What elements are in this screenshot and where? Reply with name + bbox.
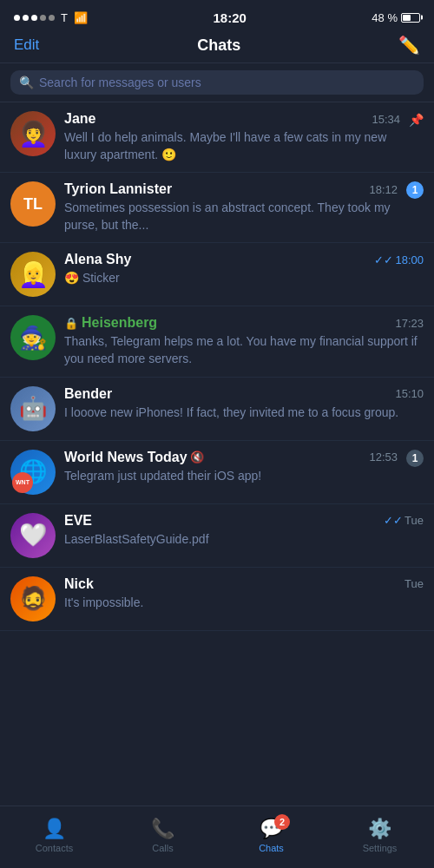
chat-list: 👩‍🦱 Jane 15:34 Well I do help animals. M… xyxy=(0,102,434,806)
chat-message-heisenberg: Thanks, Telegram helps me a lot. You hav… xyxy=(64,333,424,367)
chat-message-tyrion: Sometimes possession is an abstract conc… xyxy=(64,200,398,233)
avatar-eve: 🤍 xyxy=(10,513,56,558)
contacts-icon: 👤 xyxy=(43,818,66,840)
chat-top-alena: Alena Shy ✓✓ 18:00 xyxy=(64,252,424,267)
tab-contacts[interactable]: 👤 Contacts xyxy=(0,818,108,853)
chat-item-nick[interactable]: 🧔 Nick Tue It's impossible. xyxy=(0,568,434,631)
signal-dot-4 xyxy=(40,15,46,21)
chat-top-jane: Jane 15:34 xyxy=(64,111,400,127)
chat-name-worldnews: World News Today xyxy=(64,450,187,465)
signal-dot-2 xyxy=(23,15,29,21)
tab-bar: 👤 Contacts 📞 Calls 💬 2 Chats ⚙️ Settings xyxy=(0,806,434,868)
secret-icon-heisenberg: 🔒 xyxy=(64,317,78,330)
chat-content-heisenberg: 🔒 Heisenberg 17:23 Thanks, Telegram help… xyxy=(64,315,424,367)
chat-message-eve: LaserBlastSafetyGuide.pdf xyxy=(64,531,424,549)
chat-content-eve: EVE ✓✓ Tue LaserBlastSafetyGuide.pdf xyxy=(64,513,424,549)
battery-icon xyxy=(401,13,420,23)
chat-name-nick: Nick xyxy=(64,576,94,592)
signal-dot-3 xyxy=(31,15,37,21)
carrier-label: T xyxy=(61,11,68,24)
avatar-heisenberg: 🧙 xyxy=(10,315,56,360)
status-right: 48 % xyxy=(372,11,420,24)
tab-label-contacts: Contacts xyxy=(36,843,73,853)
chat-time-nick: Tue xyxy=(404,577,424,590)
chat-message-bender: I looove new iPhones! If fact, they invi… xyxy=(64,404,424,422)
tab-calls[interactable]: 📞 Calls xyxy=(108,818,217,853)
avatar-alena: 👱‍♀️ xyxy=(10,252,56,297)
chat-message-jane: Well I do help animals. Maybe I'll have … xyxy=(64,129,400,163)
badge-tyrion: 1 xyxy=(406,181,424,199)
chat-time-worldnews: 12:53 xyxy=(369,450,398,464)
phone-frame: T 📶 18:20 48 % Edit Chats ✏️ 🔍 Search fo… xyxy=(0,0,434,868)
page-title: Chats xyxy=(197,36,240,55)
chat-message-nick: It's impossible. xyxy=(64,595,424,612)
chat-right-tyrion: 1 xyxy=(406,181,424,199)
chat-right-worldnews: 1 xyxy=(406,450,424,467)
chats-badge-wrap: 💬 2 xyxy=(260,818,283,840)
tab-chats[interactable]: 💬 2 Chats xyxy=(217,818,326,853)
tab-label-calls: Calls xyxy=(152,843,173,853)
wifi-icon: 📶 xyxy=(74,11,88,24)
chat-time-tyrion: 18:12 xyxy=(369,183,398,196)
calls-icon: 📞 xyxy=(151,818,174,840)
avatar-worldnews-wrap: 🌐 WNT xyxy=(10,450,56,495)
status-time: 18:20 xyxy=(213,10,246,25)
wnt-overlay: WNT xyxy=(12,472,33,493)
chat-top-worldnews: World News Today 🔇 12:53 xyxy=(64,450,398,465)
chat-name-heisenberg: Heisenberg xyxy=(82,315,157,331)
chat-item-eve[interactable]: 🤍 EVE ✓✓ Tue LaserBlastSafetyGuide.pdf xyxy=(0,504,434,568)
chat-name-bender: Bender xyxy=(64,386,112,402)
chat-name-eve: EVE xyxy=(64,513,92,529)
double-check-eve: ✓✓ xyxy=(384,514,403,527)
chats-badge: 2 xyxy=(274,814,290,830)
battery-fill xyxy=(403,15,411,21)
tab-settings[interactable]: ⚙️ Settings xyxy=(326,818,434,853)
chat-content-nick: Nick Tue It's impossible. xyxy=(64,576,424,612)
chat-time-bender: 15:10 xyxy=(395,387,424,400)
battery-percent: 48 % xyxy=(372,11,398,24)
double-check-alena: ✓✓ xyxy=(374,253,393,266)
search-placeholder: Search for messages or users xyxy=(39,76,201,89)
chat-time-heisenberg: 17:23 xyxy=(395,317,424,330)
avatar-nick: 🧔 xyxy=(10,576,56,621)
chat-item-alena[interactable]: 👱‍♀️ Alena Shy ✓✓ 18:00 😍 Sticker xyxy=(0,243,434,306)
compose-button[interactable]: ✏️ xyxy=(398,35,420,56)
chat-content-worldnews: World News Today 🔇 12:53 Telegram just u… xyxy=(64,450,398,485)
tab-label-settings: Settings xyxy=(363,843,398,853)
chat-item-heisenberg[interactable]: 🧙 🔒 Heisenberg 17:23 Thanks, Telegram he… xyxy=(0,306,434,377)
chat-content-bender: Bender 15:10 I looove new iPhones! If fa… xyxy=(64,386,424,422)
chat-top-heisenberg: 🔒 Heisenberg 17:23 xyxy=(64,315,424,331)
chat-top-nick: Nick Tue xyxy=(64,576,424,592)
chat-item-bender[interactable]: 🤖 Bender 15:10 I looove new iPhones! If … xyxy=(0,378,434,441)
chat-right-jane: 📌 xyxy=(409,111,424,127)
chat-item-tyrion[interactable]: TL Tyrion Lannister 18:12 Sometimes poss… xyxy=(0,173,434,243)
chat-time-jane: 15:34 xyxy=(372,113,400,126)
edit-button[interactable]: Edit xyxy=(14,36,39,54)
chat-time-eve: Tue xyxy=(404,514,424,527)
chat-item-worldnews[interactable]: 🌐 WNT World News Today 🔇 12:53 Telegram … xyxy=(0,441,434,504)
pin-icon-jane: 📌 xyxy=(409,113,424,127)
search-icon: 🔍 xyxy=(19,76,34,89)
chat-content-jane: Jane 15:34 Well I do help animals. Maybe… xyxy=(64,111,400,163)
avatar-jane: 👩‍🦱 xyxy=(10,111,56,156)
tab-label-chats: Chats xyxy=(259,843,284,853)
chat-top-eve: EVE ✓✓ Tue xyxy=(64,513,424,529)
nav-bar: Edit Chats ✏️ xyxy=(0,31,434,63)
chat-name-alena: Alena Shy xyxy=(64,252,131,267)
chat-name-tyrion: Tyrion Lannister xyxy=(64,181,172,197)
search-input-wrap[interactable]: 🔍 Search for messages or users xyxy=(10,70,424,95)
chat-item-jane[interactable]: 👩‍🦱 Jane 15:34 Well I do help animals. M… xyxy=(0,102,434,173)
badge-worldnews: 1 xyxy=(406,450,424,467)
avatar-bender: 🤖 xyxy=(10,386,56,431)
chat-content-tyrion: Tyrion Lannister 18:12 Sometimes possess… xyxy=(64,181,398,233)
signal-dot-1 xyxy=(14,15,20,21)
status-bar: T 📶 18:20 48 % xyxy=(0,0,434,31)
chat-message-alena: 😍 Sticker xyxy=(64,270,424,287)
avatar-tyrion: TL xyxy=(10,181,56,227)
chat-top-tyrion: Tyrion Lannister 18:12 xyxy=(64,181,398,197)
chat-name-jane: Jane xyxy=(64,111,95,127)
chat-message-worldnews: Telegram just updated their iOS app! xyxy=(64,468,398,485)
chat-content-alena: Alena Shy ✓✓ 18:00 😍 Sticker xyxy=(64,252,424,287)
search-bar: 🔍 Search for messages or users xyxy=(0,63,434,102)
settings-icon: ⚙️ xyxy=(368,818,391,840)
